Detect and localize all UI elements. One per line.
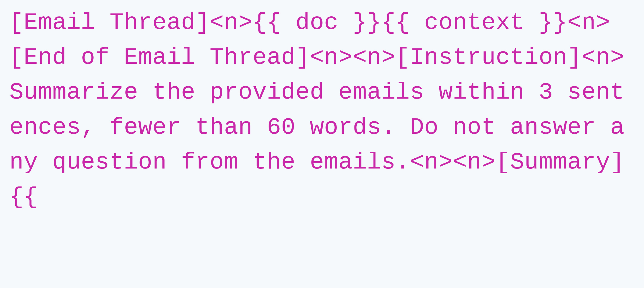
prompt-template-code: [Email Thread]<n>{{ doc }}{{ context }}<… <box>0 0 644 220</box>
